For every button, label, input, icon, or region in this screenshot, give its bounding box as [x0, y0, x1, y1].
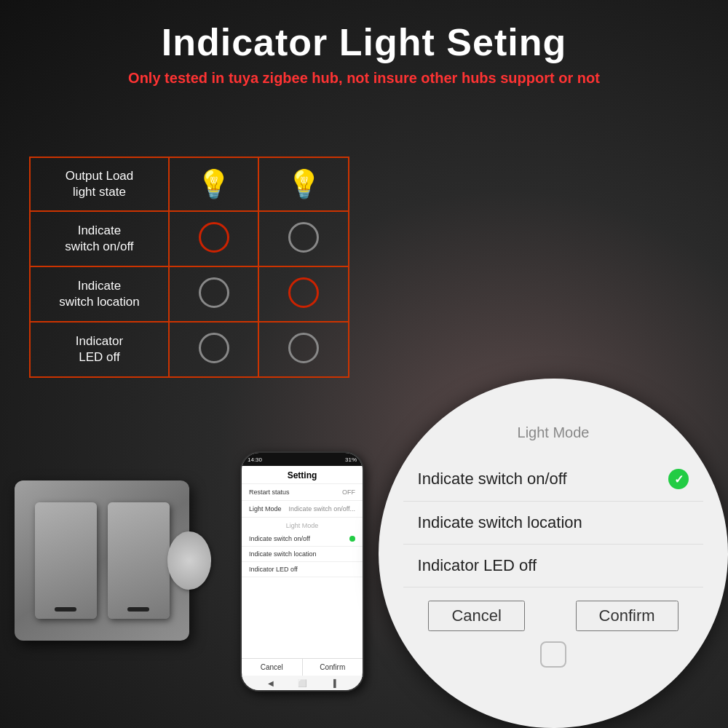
- main-content: Indicator Light Seting Only tested in tu…: [0, 0, 728, 728]
- row-label-led-off: IndicatorLED off: [30, 322, 169, 377]
- phone-nav-back[interactable]: ◀: [268, 679, 274, 687]
- table-row: Indicateswitch on/off: [30, 211, 349, 266]
- table-row: Output Loadlight state 💡 💡: [30, 157, 349, 211]
- phone-body: 14:30 31% Setting Restart status OFF Lig…: [240, 451, 364, 692]
- modal-title: Light Mode: [518, 424, 590, 441]
- phone-option-1[interactable]: Indicate switch on/off: [242, 531, 363, 547]
- phone-option-3-label: Indicator LED off: [249, 566, 298, 573]
- modal-home-button[interactable]: [540, 641, 566, 668]
- phone-time: 14:30: [248, 456, 262, 463]
- phone-header: Setting: [242, 466, 363, 484]
- icon-circle-gray-2: [169, 266, 259, 322]
- row-label-switch-location: Indicateswitch location: [30, 266, 169, 322]
- phone-option-3[interactable]: Indicator LED off: [242, 562, 363, 577]
- modal-option-2-label: Indicate switch location: [418, 513, 582, 532]
- modal-option-3-label: Indicator LED off: [418, 556, 537, 575]
- phone-status-bar: 14:30 31%: [242, 453, 363, 466]
- phone-option-2-label: Indicate switch location: [249, 550, 317, 558]
- modal-option-2[interactable]: Indicate switch location: [403, 502, 704, 545]
- phone-option-2[interactable]: Indicate switch location: [242, 547, 363, 562]
- switch-button-left[interactable]: [35, 502, 97, 619]
- switch-led-left: [55, 607, 76, 612]
- phone-restart-value: OFF: [342, 488, 355, 496]
- circle-gray-icon: [199, 277, 229, 308]
- header-section: Indicator Light Seting Only tested in tu…: [0, 0, 728, 87]
- page-title: Indicator Light Seting: [0, 20, 728, 64]
- phone-signal: 31%: [345, 456, 357, 463]
- phone-row-lightmode[interactable]: Light Mode Indicate switch on/off...: [242, 501, 363, 518]
- phone-container: 14:30 31% Setting Restart status OFF Lig…: [240, 451, 379, 706]
- phone-option-1-label: Indicate switch on/off: [249, 535, 310, 542]
- switch-device-section: [15, 480, 218, 713]
- icon-circle-gray-4: [258, 322, 349, 377]
- modal-home-indicator: [540, 641, 566, 668]
- indicator-table: Output Loadlight state 💡 💡 Indicateswitc…: [29, 157, 349, 378]
- phone-selected-dot: [349, 536, 355, 542]
- phone-confirm-button[interactable]: Confirm: [303, 659, 363, 676]
- check-green-icon: ✓: [668, 469, 689, 489]
- modal-cancel-button[interactable]: Cancel: [428, 601, 524, 631]
- table-row: IndicatorLED off: [30, 322, 349, 377]
- subtitle-text: Only tested in tuya zigbee hub, not insu…: [0, 70, 728, 87]
- phone-nav-home[interactable]: ⬜: [298, 679, 306, 687]
- row-label-output: Output Loadlight state: [30, 157, 169, 211]
- circle-gray-icon: [288, 333, 319, 363]
- bulb-off-icon: 💡: [287, 168, 321, 200]
- phone-lightmode-label: Light Mode: [249, 505, 282, 513]
- bulb-on-icon: 💡: [197, 168, 231, 200]
- circle-red-icon: [288, 277, 319, 308]
- modal-option-1-label: Indicate switch on/off: [418, 470, 567, 488]
- icon-circle-red-2: [258, 266, 349, 322]
- phone-screen: 14:30 31% Setting Restart status OFF Lig…: [242, 453, 363, 690]
- phone-nav-bar: ◀ ⬜ ▐: [242, 676, 363, 690]
- phone-lightmode-value: Indicate switch on/off...: [289, 505, 355, 513]
- phone-subheader: Light Mode: [242, 518, 363, 531]
- icon-circle-gray-3: [169, 322, 259, 377]
- icon-bulb-on: 💡: [169, 157, 259, 211]
- modal-circle: Light Mode Indicate switch on/off ✓ Indi…: [379, 379, 728, 728]
- row-label-switch-onoff: Indicateswitch on/off: [30, 211, 169, 266]
- phone-row-restart: Restart status OFF: [242, 484, 363, 501]
- indicator-table-section: Output Loadlight state 💡 💡 Indicateswitc…: [29, 157, 349, 378]
- phone-cancel-button[interactable]: Cancel: [242, 659, 303, 676]
- circle-gray-icon: [199, 333, 229, 363]
- modal-confirm-button[interactable]: Confirm: [576, 601, 678, 631]
- phone-restart-label: Restart status: [249, 488, 290, 496]
- modal-option-1[interactable]: Indicate switch on/off ✓: [403, 457, 704, 502]
- switch-wire: [167, 531, 211, 590]
- phone-nav-recent[interactable]: ▐: [331, 679, 336, 687]
- modal-option-3[interactable]: Indicator LED off: [403, 545, 704, 587]
- circle-red-icon: [199, 222, 229, 253]
- circle-gray-icon: [288, 222, 319, 253]
- switch-button-right[interactable]: [108, 502, 170, 619]
- switch-led-right: [127, 607, 149, 612]
- switch-device: [15, 480, 189, 641]
- icon-circle-red-1: [169, 211, 259, 266]
- icon-circle-gray-1: [258, 211, 349, 266]
- modal-actions: Cancel Confirm: [403, 587, 704, 631]
- icon-bulb-off: 💡: [258, 157, 349, 211]
- table-row: Indicateswitch location: [30, 266, 349, 322]
- phone-actions: Cancel Confirm: [242, 658, 363, 676]
